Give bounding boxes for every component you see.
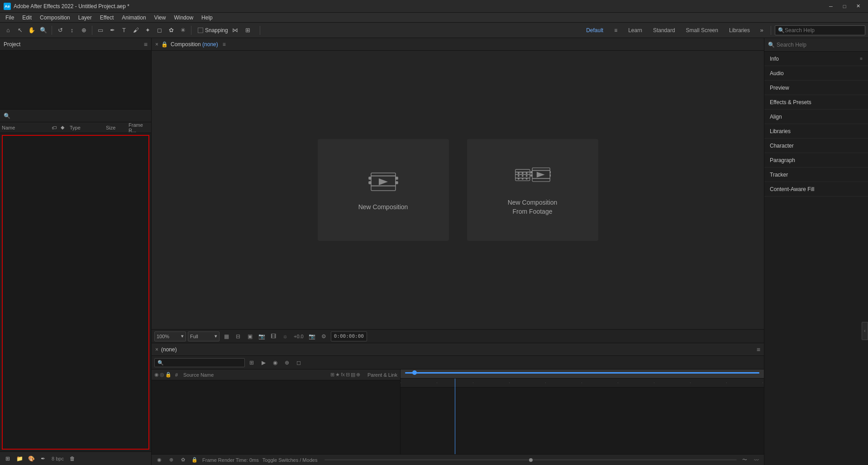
comp-menu-icon[interactable]: ≡	[223, 41, 226, 48]
project-pen-btn[interactable]: ✒	[38, 454, 48, 464]
new-composition-card[interactable]: New Composition	[318, 139, 449, 241]
zoom-tool[interactable]: 🔍	[38, 25, 49, 36]
right-panel-paragraph[interactable]: Paragraph	[764, 153, 868, 168]
toggle-alpha-btn[interactable]: ▦	[221, 331, 231, 341]
timeline-search-input[interactable]	[154, 358, 245, 367]
project-trash-btn[interactable]: 🗑	[67, 454, 77, 464]
comp-exposure-btn[interactable]: ☼	[280, 331, 290, 341]
hand-tool[interactable]: ✋	[26, 25, 37, 36]
tl-toolbar-btn3[interactable]: ◉	[270, 358, 280, 368]
menu-animation[interactable]: Animation	[118, 14, 149, 22]
tl-toolbar-btn2[interactable]: ▶	[258, 358, 268, 368]
timeline-playback-slider[interactable]	[324, 459, 737, 460]
rotate-tool[interactable]: ↺	[55, 25, 66, 36]
orbit-tool[interactable]: ⊕	[78, 25, 89, 36]
right-panel-tracker[interactable]: Tracker	[764, 168, 868, 182]
project-color-btn[interactable]: 🎨	[26, 454, 36, 464]
snapping-checkbox[interactable]	[198, 28, 203, 33]
workspace-default[interactable]: Default	[582, 26, 608, 34]
right-panel-info[interactable]: Info ≡	[764, 52, 868, 66]
right-panel-character[interactable]: Character	[764, 139, 868, 153]
rect-tool[interactable]: ▭	[95, 25, 106, 36]
workspace-libraries[interactable]: Libraries	[725, 26, 754, 34]
right-panel-audio[interactable]: Audio	[764, 66, 868, 81]
tl-bottom-wave2[interactable]: 〰	[752, 456, 760, 464]
svg-rect-5	[396, 177, 398, 179]
menu-help[interactable]: Help	[198, 14, 216, 22]
toggle-grid-btn[interactable]: ⊟	[233, 331, 243, 341]
menu-composition[interactable]: Composition	[36, 14, 74, 22]
playhead-container[interactable]	[401, 369, 764, 379]
zoom-dropdown[interactable]: 100% ▾	[154, 331, 186, 341]
comp-3d-btn[interactable]: ⚙	[319, 331, 329, 341]
tl-toolbar-btn5[interactable]: ◻	[294, 358, 304, 368]
comp-snapshot-btn[interactable]: 📷	[257, 331, 267, 341]
quality-dropdown[interactable]: Full ▾	[188, 331, 219, 341]
tl-bottom-btn4[interactable]: 🔒	[191, 456, 199, 464]
right-panel-preview[interactable]: Preview	[764, 81, 868, 95]
right-panel-libraries[interactable]: Libraries	[764, 124, 868, 139]
pin-tool[interactable]: ✳	[177, 25, 188, 36]
eraser-tool[interactable]: ◻	[154, 25, 165, 36]
workspace-learn[interactable]: Learn	[624, 26, 647, 34]
search-help-input[interactable]	[785, 27, 862, 34]
workspace-more-icon[interactable]: ≡	[610, 26, 622, 34]
camera-behind-tool[interactable]: ↕	[67, 25, 77, 36]
select-tool[interactable]: ↖	[14, 25, 25, 36]
search-help-box[interactable]: 🔍	[775, 25, 865, 35]
menu-file[interactable]: File	[2, 14, 18, 22]
right-search-input[interactable]	[777, 42, 864, 48]
brush-tool[interactable]: 🖌	[130, 25, 141, 36]
menu-effect[interactable]: Effect	[96, 14, 117, 22]
right-panel-align[interactable]: Align	[764, 110, 868, 124]
comp-camera-btn[interactable]: 📷	[307, 331, 317, 341]
new-composition-from-footage-card[interactable]: New CompositionFrom Footage	[467, 139, 598, 241]
menu-layer[interactable]: Layer	[75, 14, 95, 22]
timeline-close-btn[interactable]: ×	[155, 346, 158, 353]
playhead-handle[interactable]	[412, 370, 417, 375]
right-panel-collapse-btn[interactable]: ‹	[862, 322, 868, 340]
snapping-grid[interactable]: ⊞	[243, 25, 253, 36]
col-size-header[interactable]: Size	[106, 125, 129, 130]
comp-time-display[interactable]: 0:00:00:00	[331, 331, 367, 341]
workspace-chevron[interactable]: »	[756, 25, 767, 36]
timeline-menu-btn[interactable]: ≡	[757, 346, 760, 353]
workspace-standard[interactable]: Standard	[649, 26, 680, 34]
tl-col-source[interactable]: Source Name	[183, 372, 327, 378]
comp-close-icon[interactable]: ×	[155, 41, 158, 48]
comp-info-btn[interactable]: 🎞	[268, 331, 278, 341]
right-panel-effects-presets[interactable]: Effects & Presets	[764, 95, 868, 110]
playback-slider-handle[interactable]	[529, 458, 533, 462]
toggle-rulers-btn[interactable]: ▣	[245, 331, 255, 341]
tl-col-parent[interactable]: Parent & Link	[367, 372, 397, 378]
right-panel-content-aware-fill[interactable]: Content-Aware Fill	[764, 182, 868, 197]
col-type-header[interactable]: Type	[70, 125, 106, 130]
tl-toolbar-btn4[interactable]: ⊕	[282, 358, 292, 368]
tl-bottom-wave1[interactable]: 〜	[740, 456, 749, 464]
project-interpret-btn[interactable]: ⊞	[3, 454, 13, 464]
project-search-input[interactable]	[10, 113, 148, 119]
menu-edit[interactable]: Edit	[19, 14, 35, 22]
menu-view[interactable]: View	[151, 14, 170, 22]
snapping-magnet[interactable]: ⋈	[230, 25, 241, 36]
maximize-button[interactable]: □	[838, 2, 851, 11]
text-tool[interactable]: T	[119, 25, 129, 36]
workspace-small-screen[interactable]: Small Screen	[682, 26, 723, 34]
project-folder-btn[interactable]: 📁	[14, 454, 24, 464]
menu-window[interactable]: Window	[170, 14, 197, 22]
toggle-switches-btn[interactable]: Toggle Switches / Modes	[262, 457, 318, 463]
stamp-tool[interactable]: ✦	[142, 25, 153, 36]
project-panel-menu[interactable]: ≡	[144, 41, 148, 48]
col-name-header[interactable]: Name	[2, 125, 52, 130]
playhead-bar[interactable]	[405, 372, 759, 374]
tl-bottom-btn2[interactable]: ⊕	[167, 456, 175, 464]
pen-tool[interactable]: ✒	[107, 25, 118, 36]
tl-toolbar-btn1[interactable]: ⊞	[247, 358, 257, 368]
col-frame-header[interactable]: Frame R...	[129, 122, 149, 133]
close-button[interactable]: ✕	[852, 2, 864, 11]
home-tool[interactable]: ⌂	[3, 25, 14, 36]
tl-bottom-btn1[interactable]: ◉	[155, 456, 163, 464]
minimize-button[interactable]: ─	[825, 2, 837, 11]
tl-bottom-btn3[interactable]: ✿	[179, 456, 187, 464]
puppet-tool[interactable]: ✿	[166, 25, 176, 36]
